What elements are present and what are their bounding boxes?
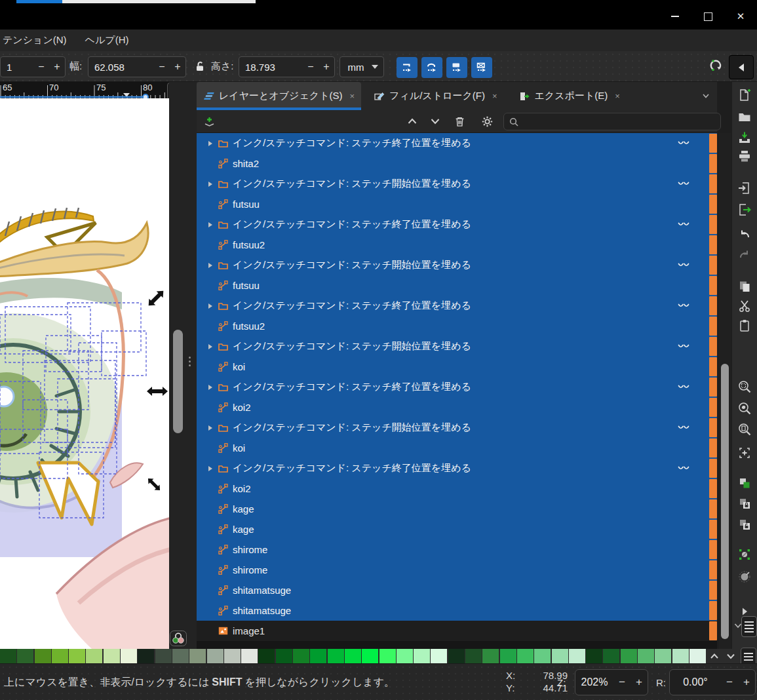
width-plus-button[interactable]: + (170, 57, 185, 77)
tab-close-icon[interactable]: × (492, 91, 497, 101)
open-document-button[interactable] (737, 109, 752, 124)
tab-export[interactable]: エクスポート(E) × (513, 82, 626, 110)
palette-swatch[interactable] (276, 649, 292, 663)
panel-scrollbar-thumb[interactable] (721, 364, 729, 639)
menu-extensions[interactable]: テンション(N) (1, 33, 68, 48)
layer-row[interactable]: kage (197, 519, 717, 539)
rotation-value[interactable]: 0.00° (670, 670, 721, 695)
expander-icon[interactable] (205, 344, 216, 349)
redo-button[interactable] (737, 247, 752, 262)
export-button[interactable] (737, 203, 752, 217)
eye-closed-icon[interactable] (678, 140, 689, 147)
expander-icon[interactable] (205, 385, 216, 390)
palette-swatch[interactable] (397, 649, 413, 663)
position-value[interactable]: 1 (1, 57, 33, 77)
new-document-button[interactable] (737, 88, 752, 102)
palette-swatch[interactable] (138, 649, 154, 663)
height-minus-button[interactable]: − (303, 57, 319, 77)
palette-swatch[interactable] (517, 649, 534, 663)
palette-swatch[interactable] (482, 649, 499, 663)
width-value[interactable]: 62.058 (88, 57, 154, 77)
palette-swatch[interactable] (52, 649, 68, 663)
print-button[interactable] (737, 149, 752, 163)
layer-row[interactable]: futsuu2 (197, 235, 717, 255)
maximize-button[interactable] (691, 3, 724, 29)
minimize-button[interactable] (659, 3, 691, 29)
layer-row[interactable]: futsuu (197, 275, 717, 296)
palette-swatch[interactable] (86, 649, 102, 663)
palette-swatch[interactable] (448, 649, 465, 663)
tab-close-icon[interactable]: × (615, 91, 620, 101)
palette-swatch[interactable] (104, 649, 120, 663)
layer-row[interactable]: kage (197, 499, 717, 519)
tab-close-icon[interactable]: × (350, 91, 355, 101)
scale-corners-toggle[interactable] (421, 57, 442, 78)
layer-row[interactable]: koi2 (197, 397, 717, 418)
palette-swatch[interactable] (328, 649, 344, 663)
palette-swatch[interactable] (586, 649, 602, 663)
layer-row[interactable]: インク/ステッチコマンド: ステッチ開始位置を埋める (197, 418, 717, 438)
position-minus-button[interactable]: − (33, 57, 49, 77)
canvas[interactable] (0, 98, 169, 649)
layer-row[interactable]: shitamatsuge (197, 600, 717, 621)
layer-row[interactable]: インク/ステッチコマンド: ステッチ開始位置を埋める (197, 336, 717, 357)
zoom-plus-button[interactable]: + (631, 670, 648, 695)
palette-swatch[interactable] (207, 649, 223, 663)
expander-icon[interactable] (205, 303, 216, 309)
layer-row[interactable]: shirome (197, 560, 717, 580)
palette-swatch[interactable] (345, 649, 361, 663)
expander-icon[interactable] (205, 182, 216, 187)
eye-closed-icon[interactable] (678, 425, 689, 431)
filters-button[interactable] (737, 570, 752, 584)
layer-row[interactable]: インク/ステッチコマンド: ステッチ終了位置を埋める (197, 133, 717, 153)
lock-ratio-icon[interactable] (195, 60, 205, 75)
unit-dropdown[interactable]: mm (340, 56, 384, 77)
expander-icon[interactable] (205, 222, 216, 227)
palette-swatch[interactable] (534, 649, 551, 663)
palette-swatch[interactable] (500, 649, 516, 663)
close-button[interactable]: ✕ (724, 3, 757, 29)
paste-button[interactable] (737, 319, 752, 333)
tab-fill-stroke[interactable]: フィル/ストローク(F) × (368, 82, 503, 110)
scale-stroke-toggle[interactable] (397, 57, 417, 78)
palette-swatch[interactable] (224, 649, 241, 663)
color-management-toggle[interactable] (169, 630, 187, 647)
move-down-button[interactable] (428, 114, 442, 128)
palette-swatch[interactable] (293, 649, 309, 663)
height-plus-button[interactable]: + (319, 57, 334, 77)
layer-row[interactable]: shita2 (197, 153, 717, 174)
settings-button[interactable] (480, 114, 494, 128)
palette-swatch[interactable] (552, 649, 568, 663)
palette-scroll-down-button[interactable] (726, 651, 736, 663)
zoom-value[interactable]: 202% (575, 670, 613, 695)
palette-swatch[interactable] (241, 649, 258, 663)
align-handles-button[interactable] (737, 547, 752, 562)
zoom-minus-button[interactable]: − (613, 670, 631, 695)
eye-closed-icon[interactable] (678, 343, 689, 350)
group-objects-button[interactable] (737, 476, 752, 490)
palette-swatch[interactable] (310, 649, 326, 663)
layer-row[interactable]: インク/ステッチコマンド: ステッチ終了位置を埋める (197, 377, 717, 397)
layer-row[interactable]: インク/ステッチコマンド: ステッチ終了位置を埋める (197, 296, 717, 316)
eye-closed-icon[interactable] (678, 181, 689, 187)
layer-row[interactable]: futsuu2 (197, 316, 717, 336)
eye-closed-icon[interactable] (678, 262, 689, 269)
rotation-plus-button[interactable]: + (738, 670, 755, 695)
layer-row[interactable]: shirome (197, 539, 717, 560)
palette-swatch[interactable] (655, 649, 671, 663)
move-up-button[interactable] (405, 114, 419, 128)
eye-closed-icon[interactable] (678, 465, 689, 472)
snap-menu-button[interactable] (741, 616, 757, 637)
palette-swatch[interactable] (431, 649, 447, 663)
search-input[interactable] (522, 116, 715, 128)
collapse-commands-bar-button[interactable] (729, 55, 754, 79)
zoom-page-button[interactable] (737, 422, 752, 437)
expander-icon[interactable] (205, 466, 216, 471)
palette-swatch[interactable] (69, 649, 85, 663)
rotation-minus-button[interactable]: − (721, 670, 738, 695)
scale-gradient-toggle[interactable] (446, 57, 467, 78)
rotation-reset-icon[interactable] (709, 58, 724, 75)
unlock-object-button[interactable] (737, 517, 752, 532)
layer-row[interactable]: koi (197, 357, 717, 377)
layer-row[interactable]: futsuu (197, 194, 717, 214)
